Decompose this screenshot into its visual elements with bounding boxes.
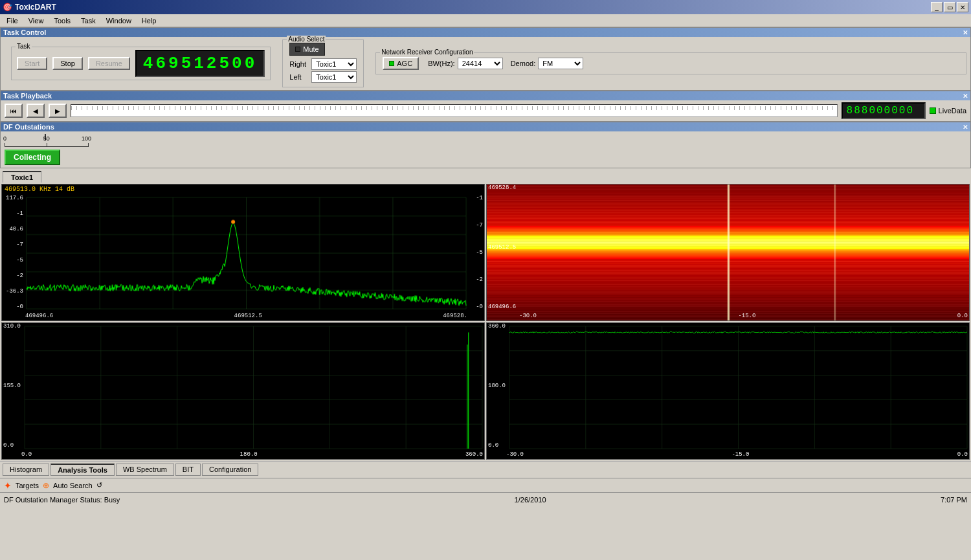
wf-y-bot: 469496.6 <box>488 304 516 310</box>
task-playback-close[interactable]: ✕ <box>963 93 968 100</box>
y-min: -36.3 <box>2 288 23 295</box>
task-playback-body: ⏮ ◀ ▶ 888000000 LiveData <box>1 100 970 121</box>
menu-file[interactable]: File <box>1 16 23 26</box>
auto-search-reset-icon[interactable]: ↺ <box>96 481 102 489</box>
play-forward-button[interactable]: ▶ <box>49 104 67 118</box>
status-date: 1/26/2010 <box>515 496 546 504</box>
scale-100: 100 <box>82 135 91 142</box>
manager-status: DF Outstation Manager Status: Busy <box>4 496 120 504</box>
tab-configuration[interactable]: Configuration <box>202 464 258 476</box>
hist-x-mid: 180.0 <box>240 451 258 458</box>
live-data-label: LiveData <box>939 107 966 115</box>
network-config-label: Network Receiver Configuration <box>380 49 474 56</box>
frequency-display: 469512500 <box>135 50 265 77</box>
spectrum-canvas <box>2 185 484 320</box>
hist-y-bot: 0.0 <box>3 442 21 449</box>
menu-window[interactable]: Window <box>101 16 137 26</box>
resume-button[interactable]: Resume <box>88 57 130 70</box>
task-control-body: Task Start Stop Resume 469512500 Audio S… <box>1 37 970 90</box>
df-outstations-close[interactable]: ✕ <box>963 124 968 131</box>
minimize-button[interactable]: _ <box>931 2 943 12</box>
progress-dots <box>71 106 837 110</box>
right-audio-row: Right Toxic1 Toxic2 <box>289 58 357 70</box>
histogram-chart: 310.0 155.0 0.0 0.0 180.0 360.0 <box>1 322 485 460</box>
collecting-button[interactable]: Collecting <box>5 150 60 165</box>
agc-button[interactable]: AGC <box>383 57 419 70</box>
task-control-row: Task Start Stop Resume 469512500 Audio S… <box>5 39 966 87</box>
spectrum-x-axis: 469496.6 469512.5 469528. <box>25 313 467 319</box>
bottom-tabs: Histogram Analysis Tools WB Spectrum BIT… <box>0 461 971 478</box>
menu-tools[interactable]: Tools <box>49 16 76 26</box>
x-left: 469496.6 <box>25 313 53 319</box>
tab-bit[interactable]: BIT <box>175 464 201 476</box>
bw-label: BW(Hz): <box>428 60 455 67</box>
close-button[interactable]: ✕ <box>957 2 968 12</box>
x-mid: 469512.5 <box>234 313 262 319</box>
network-config-group: Network Receiver Configuration AGC BW(Hz… <box>375 52 966 74</box>
azimuth-canvas <box>487 323 970 460</box>
left-audio-select[interactable]: Toxic1 Toxic2 <box>311 71 357 83</box>
status-bottom-bar: DF Outstation Manager Status: Busy 1/26/… <box>0 492 971 506</box>
playback-time-display: 888000000 <box>842 102 926 119</box>
spectrum-y-right: -1 -7 -5 -2 -0 <box>467 195 484 310</box>
main-display: 469513.0 KHz 14 dB 117.6 -1 40.6 -7 -5 -… <box>0 183 971 461</box>
scale-0: 0 <box>3 135 6 142</box>
demod-label: Demod: <box>511 60 536 67</box>
az-x-mid: -15.0 <box>731 451 749 458</box>
tab-analysis-tools[interactable]: Analysis Tools <box>50 464 115 476</box>
left-audio-row: Left Toxic1 Toxic2 <box>289 71 357 83</box>
toxic1-tab[interactable]: Toxic1 <box>3 171 41 183</box>
wf-x-right: 0.0 <box>957 313 968 319</box>
play-back-button[interactable]: ◀ <box>27 104 45 118</box>
hist-y-mid: 155.0 <box>3 383 21 389</box>
app-container: 🎯 ToxicDART _ ▭ ✕ File View Tools Task W… <box>0 0 971 560</box>
y-mid: 40.6 <box>2 226 23 232</box>
menu-task[interactable]: Task <box>76 16 101 26</box>
azimuth-x-axis: -30.0 -15.0 0.0 <box>506 451 968 458</box>
az-y-bot: 0.0 <box>488 442 506 449</box>
task-control-panel: Task Control ✕ Task Start Stop Resume 46… <box>0 27 971 91</box>
task-group: Task Start Stop Resume 469512500 <box>11 47 271 80</box>
y-v2: -7 <box>2 241 23 248</box>
play-rewind-button[interactable]: ⏮ <box>5 104 23 118</box>
scale-bar: 0 50 100 <box>5 134 966 147</box>
app-title: ToxicDART <box>15 3 56 12</box>
histogram-canvas <box>2 323 485 460</box>
menu-view[interactable]: View <box>23 16 49 26</box>
targets-icon: ✦ <box>4 480 12 491</box>
start-button[interactable]: Start <box>17 57 47 70</box>
title-left: 🎯 ToxicDART <box>3 3 56 12</box>
az-y-mid: 180.0 <box>488 383 506 389</box>
targets-label: Targets <box>16 482 39 489</box>
task-control-close[interactable]: ✕ <box>963 29 968 36</box>
playback-progress-bar[interactable] <box>71 104 838 117</box>
right-audio-label: Right <box>289 60 309 68</box>
menu-bar: File View Tools Task Window Help <box>0 14 971 27</box>
mute-button[interactable]: Mute <box>289 43 324 56</box>
network-config-row: AGC BW(Hz): 24414 48828 Demod: FM AM USB <box>383 57 959 70</box>
audio-select-group: Audio Select Mute Right Toxic1 Toxic2 <box>282 39 364 87</box>
status-time: 7:07 PM <box>941 496 967 504</box>
wf-y-top: 469528.4 <box>488 185 516 191</box>
task-buttons-row: Start Stop Resume 469512500 <box>17 50 265 77</box>
spectrum-title: 469513.0 KHz 14 dB <box>5 186 74 193</box>
hist-y-top: 310.0 <box>3 323 21 330</box>
wf-y-mid: 469512.5 <box>488 244 516 251</box>
waterfall-chart: 469528.4 469512.5 469496.6 -30.0 -15.0 0… <box>486 184 970 321</box>
waterfall-x-axis: -30.0 -15.0 0.0 <box>519 313 968 319</box>
df-outstations-body: 0 50 100 Collecting <box>1 131 970 168</box>
y-v5: -0 <box>2 304 23 310</box>
bw-select[interactable]: 24414 48828 <box>458 58 503 69</box>
right-audio-select[interactable]: Toxic1 Toxic2 <box>311 58 357 70</box>
task-playback-header: Task Playback ✕ <box>1 91 970 100</box>
stop-button[interactable]: Stop <box>52 57 83 70</box>
waterfall-y-axis: 469528.4 469512.5 469496.6 <box>488 185 516 310</box>
tab-wb-spectrum[interactable]: WB Spectrum <box>116 464 174 476</box>
demod-select[interactable]: FM AM USB LSB <box>538 58 583 69</box>
tab-histogram[interactable]: Histogram <box>3 464 49 476</box>
left-audio-label: Left <box>289 73 309 81</box>
maximize-button[interactable]: ▭ <box>944 2 955 12</box>
targets-bar: ✦ Targets ⊕ Auto Search ↺ <box>0 478 971 492</box>
df-outstations-header: DF Outstations ✕ <box>1 122 970 131</box>
menu-help[interactable]: Help <box>137 16 162 26</box>
